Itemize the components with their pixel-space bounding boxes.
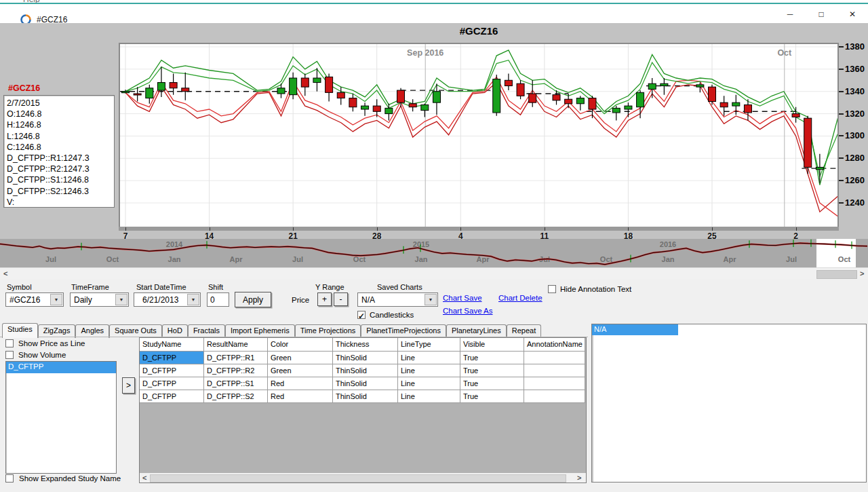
table-cell[interactable] [524, 352, 585, 364]
expand-study-button[interactable]: > [122, 377, 135, 394]
table-cell[interactable]: Line [398, 390, 460, 403]
study-list-item[interactable]: D_CFTPP [6, 362, 116, 373]
apply-button[interactable]: Apply [235, 292, 271, 307]
y-axis-label: 1280 [845, 153, 865, 163]
study-results-table: < > StudyNameResultNameColorThicknessLin… [139, 337, 587, 483]
minimize-button[interactable]: ─ [774, 5, 806, 23]
tab-planettimeprojections[interactable]: PlanetTimeProjections [361, 324, 446, 338]
table-cell[interactable]: D_CFTPP::S1 [204, 377, 268, 390]
study-line-s1 [125, 77, 837, 216]
table-cell[interactable]: Green [268, 364, 333, 377]
hide-annotation-checkbox[interactable] [548, 285, 556, 293]
table-header-linetype: LineType [398, 338, 460, 352]
saved-charts-value: N/A [361, 295, 375, 305]
maximize-button[interactable]: □ [806, 5, 837, 23]
start-datetime-select[interactable]: 6/21/2013 ▼ [134, 292, 201, 307]
tab-import-ephemeris[interactable]: Import Ephemeris [225, 324, 295, 338]
timeframe-select[interactable]: Daily ▼ [70, 292, 129, 307]
shift-label: Shift [208, 283, 223, 291]
tab-zigzags[interactable]: ZigZags [38, 324, 76, 338]
quote-info-line: D_CFTPP::S2:1246.3 [7, 186, 114, 197]
close-button[interactable]: ✕ [837, 5, 868, 23]
chart-delete-link[interactable]: Chart Delete [498, 294, 542, 302]
table-header-color: Color [268, 338, 333, 352]
table-cell[interactable]: Green [268, 352, 333, 364]
table-cell[interactable]: D_CFTPP::R1 [204, 352, 268, 364]
table-cell[interactable]: True [460, 377, 524, 390]
tab-hod[interactable]: HoD [162, 324, 188, 338]
table-cell[interactable]: D_CFTPP [140, 364, 204, 377]
tab-planetarylines[interactable]: PlanetaryLines [446, 324, 507, 338]
table-header-studyname: StudyName [140, 338, 204, 352]
annotations-list[interactable]: N/A [591, 324, 867, 482]
table-cell[interactable]: D_CFTPP [140, 377, 204, 390]
study-line-r1 [125, 50, 837, 185]
table-cell[interactable]: Red [268, 377, 333, 390]
table-cell[interactable]: ThinSolid [333, 377, 398, 390]
saved-charts-select[interactable]: N/A ▼ [357, 292, 438, 307]
yrange-plus-button[interactable]: + [317, 292, 332, 306]
scroll-right-icon[interactable]: > [860, 269, 864, 278]
chart-scrollbar-thumb[interactable] [816, 270, 857, 279]
show-price-as-line-checkbox[interactable] [5, 339, 14, 347]
annotation-item[interactable]: N/A [592, 324, 678, 335]
table-cell[interactable]: ThinSolid [333, 390, 398, 403]
scroll-right-icon[interactable]: > [577, 474, 581, 482]
symbol-select[interactable]: #GCZ16 ▼ [5, 292, 64, 307]
x-axis-tick [210, 227, 210, 231]
yrange-label: Y Range [315, 283, 344, 291]
quote-info-panel: 2/7/2015O:1246.8H:1246.8L:1246.8C:1246.8… [3, 95, 115, 208]
studies-list[interactable]: D_CFTPP [5, 361, 117, 474]
table-cell[interactable] [524, 390, 585, 403]
table-header-visible: Visible [460, 338, 524, 352]
x-axis-tick [293, 227, 294, 231]
table-scrollbar-thumb[interactable] [150, 474, 566, 482]
tab-square-outs[interactable]: Square Outs [109, 324, 162, 338]
show-expanded-study-name-checkbox[interactable] [5, 474, 14, 482]
scroll-left-icon[interactable]: < [142, 474, 146, 482]
table-cell[interactable]: Line [398, 352, 460, 364]
candlesticks-checkbox[interactable]: ✓ [357, 311, 366, 319]
chart-scrollbar[interactable]: < > [0, 267, 868, 280]
show-volume-checkbox[interactable] [5, 351, 14, 359]
price-chart-plot[interactable]: Sep 2016Oct [119, 43, 839, 228]
chevron-down-icon[interactable]: ▼ [115, 294, 127, 305]
tab-repeat[interactable]: Repeat [507, 324, 541, 338]
table-cell[interactable]: Line [398, 364, 460, 377]
tab-studies[interactable]: Studies [2, 323, 38, 338]
quote-info-line: H:1246.8 [7, 119, 114, 130]
table-cell[interactable]: D_CFTPP [140, 352, 204, 364]
show-expanded-study-name-label: Show Expanded Study Name [19, 474, 121, 482]
yrange-minus-button[interactable]: - [334, 292, 348, 306]
overview-chart[interactable]: 201420152016JulOctJanAprJulOctJanAprJulO… [0, 239, 868, 267]
table-cell[interactable]: D_CFTPP::R2 [204, 364, 268, 377]
table-cell[interactable]: Red [268, 390, 333, 403]
table-cell[interactable]: ThinSolid [333, 352, 398, 364]
tab-fractals[interactable]: Fractals [188, 324, 225, 338]
y-axis-label: 1340 [845, 86, 865, 96]
table-cell[interactable]: D_CFTPP::S2 [204, 390, 268, 403]
table-cell[interactable]: True [460, 352, 524, 364]
table-cell[interactable]: Line [398, 377, 460, 390]
table-cell[interactable] [524, 364, 585, 377]
table-cell[interactable]: ThinSolid [333, 364, 398, 377]
quote-info-line: V: [7, 197, 114, 208]
chart-save-as-link[interactable]: Chart Save As [443, 307, 493, 315]
candlestick-chart-svg[interactable]: Sep 2016Oct [120, 44, 837, 227]
timeframe-value: Daily [74, 295, 92, 305]
chart-save-link[interactable]: Chart Save [443, 294, 482, 302]
shift-input[interactable]: 0 [207, 292, 229, 307]
chevron-down-icon[interactable]: ▼ [425, 294, 437, 305]
table-cell[interactable] [524, 377, 585, 390]
x-axis-tick [712, 227, 713, 231]
tab-angles[interactable]: Angles [75, 324, 109, 338]
scroll-left-icon[interactable]: < [3, 269, 7, 278]
table-scrollbar[interactable]: < > [140, 473, 586, 482]
chevron-down-icon[interactable]: ▼ [187, 294, 199, 305]
tab-time-projections[interactable]: Time Projections [295, 324, 361, 338]
table-cell[interactable]: True [460, 364, 524, 377]
chevron-down-icon[interactable]: ▼ [50, 294, 62, 305]
candlesticks [122, 67, 824, 183]
table-cell[interactable]: True [460, 390, 524, 403]
table-cell[interactable]: D_CFTPP [140, 390, 204, 403]
